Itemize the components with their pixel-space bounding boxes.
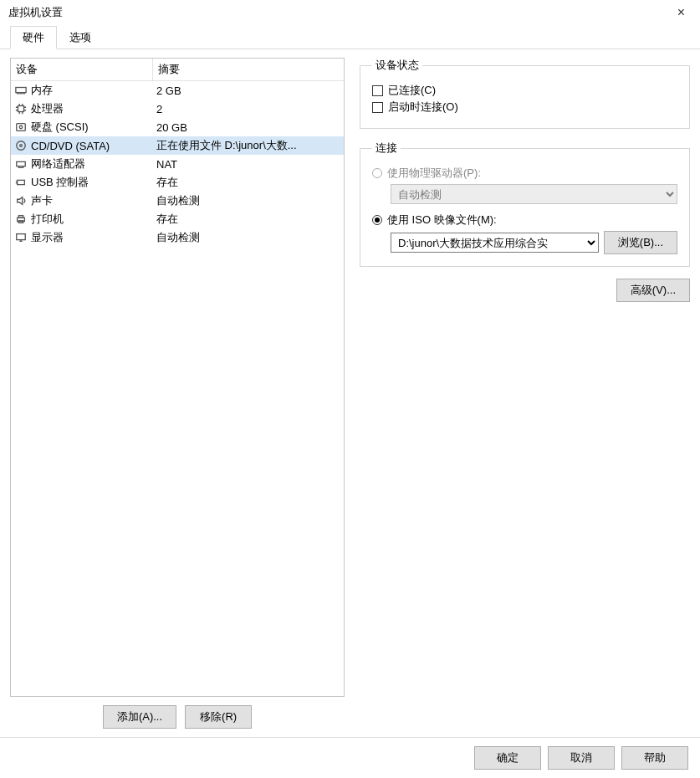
sound-icon xyxy=(14,194,28,207)
device-name: 硬盘 (SCSI) xyxy=(31,120,89,135)
summary-cell: 2 xyxy=(153,103,344,115)
device-cell: 声卡 xyxy=(11,193,153,208)
device-name: CD/DVD (SATA) xyxy=(31,140,110,152)
device-name: 声卡 xyxy=(31,193,53,208)
device-name: 打印机 xyxy=(31,212,64,227)
device-cell: CD/DVD (SATA) xyxy=(11,139,153,152)
device-cell: 硬盘 (SCSI) xyxy=(11,120,153,135)
table-row[interactable]: 打印机存在 xyxy=(11,210,344,228)
device-name: 内存 xyxy=(31,83,53,98)
device-name: 网络适配器 xyxy=(31,156,85,171)
connect-at-power-row[interactable]: 启动时连接(O) xyxy=(372,100,677,115)
device-list-header: 设备 摘要 xyxy=(11,59,344,81)
summary-cell: 正在使用文件 D:\junor\大数... xyxy=(153,138,344,153)
display-icon xyxy=(14,231,28,244)
cpu-icon xyxy=(14,102,28,115)
table-row[interactable]: USB 控制器存在 xyxy=(11,173,344,192)
right-pane: 设备状态 已连接(C) 启动时连接(O) 连接 使用物理驱动器(P): 自动检测 xyxy=(360,58,690,729)
iso-sub: D:\junor\大数据技术应用综合实 浏览(B)... xyxy=(391,231,677,254)
footer: 确定 取消 帮助 xyxy=(0,737,700,778)
disk-icon xyxy=(14,120,28,134)
iso-label: 使用 ISO 映像文件(M): xyxy=(387,212,497,228)
device-status-legend: 设备状态 xyxy=(372,58,422,73)
physical-label: 使用物理驱动器(P): xyxy=(387,166,481,181)
memory-icon xyxy=(14,84,28,97)
svg-rect-6 xyxy=(17,161,26,166)
radio-icon xyxy=(372,215,382,225)
summary-cell: 2 GB xyxy=(153,84,344,97)
device-cell: 打印机 xyxy=(11,212,153,227)
cd-icon xyxy=(14,139,28,152)
summary-cell: 自动检测 xyxy=(153,230,344,245)
physical-drive-select: 自动检测 xyxy=(391,184,677,204)
device-status-group: 设备状态 已连接(C) 启动时连接(O) xyxy=(360,58,690,129)
device-name: 处理器 xyxy=(31,101,64,116)
printer-icon xyxy=(14,212,28,226)
svg-rect-1 xyxy=(18,106,24,112)
connected-row[interactable]: 已连接(C) xyxy=(372,83,677,98)
radio-icon xyxy=(372,168,382,178)
svg-point-4 xyxy=(17,141,26,151)
device-cell: 显示器 xyxy=(11,230,153,245)
tab-options[interactable]: 选项 xyxy=(57,26,104,49)
network-icon xyxy=(14,157,28,171)
connection-group: 连接 使用物理驱动器(P): 自动检测 使用 ISO 映像文件(M): xyxy=(360,141,690,267)
help-button[interactable]: 帮助 xyxy=(621,746,688,770)
device-cell: USB 控制器 xyxy=(11,175,153,190)
svg-point-3 xyxy=(19,125,23,129)
summary-cell: 20 GB xyxy=(153,121,344,134)
iso-radio-row[interactable]: 使用 ISO 映像文件(M): xyxy=(372,212,677,228)
device-list[interactable]: 设备 摘要 内存2 GB处理器2硬盘 (SCSI)20 GBCD/DVD (SA… xyxy=(10,58,345,697)
physical-option: 使用物理驱动器(P): 自动检测 xyxy=(372,166,677,204)
svg-rect-2 xyxy=(17,124,26,131)
connect-at-power-label: 启动时连接(O) xyxy=(388,100,458,115)
table-row[interactable]: 硬盘 (SCSI)20 GB xyxy=(11,118,344,136)
summary-cell: 自动检测 xyxy=(153,193,344,208)
tab-hardware[interactable]: 硬件 xyxy=(10,26,57,49)
svg-rect-0 xyxy=(16,88,26,93)
header-summary[interactable]: 摘要 xyxy=(153,59,344,80)
browse-button[interactable]: 浏览(B)... xyxy=(604,231,677,254)
cancel-button[interactable]: 取消 xyxy=(548,746,615,770)
svg-rect-9 xyxy=(18,216,23,218)
titlebar: 虚拟机设置 × xyxy=(0,0,700,25)
remove-button[interactable]: 移除(R) xyxy=(185,705,252,729)
iso-path-input[interactable]: D:\junor\大数据技术应用综合实 xyxy=(391,233,599,253)
table-row[interactable]: 显示器自动检测 xyxy=(11,228,344,247)
usb-icon xyxy=(14,176,28,189)
header-device[interactable]: 设备 xyxy=(11,59,153,80)
table-row[interactable]: 内存2 GB xyxy=(11,81,344,100)
iso-option: 使用 ISO 映像文件(M): D:\junor\大数据技术应用综合实 浏览(B… xyxy=(372,212,677,254)
close-icon[interactable]: × xyxy=(671,5,692,20)
checkbox-icon xyxy=(372,85,383,96)
physical-sub: 自动检测 xyxy=(391,184,677,204)
device-cell: 内存 xyxy=(11,83,153,98)
table-row[interactable]: 声卡自动检测 xyxy=(11,192,344,210)
svg-point-5 xyxy=(20,145,23,147)
summary-cell: NAT xyxy=(153,158,344,171)
summary-cell: 存在 xyxy=(153,175,344,190)
connected-label: 已连接(C) xyxy=(388,83,436,98)
summary-cell: 存在 xyxy=(153,212,344,227)
window-title: 虚拟机设置 xyxy=(8,5,63,20)
svg-rect-7 xyxy=(18,180,25,184)
device-name: 显示器 xyxy=(31,230,64,245)
ok-button[interactable]: 确定 xyxy=(474,746,541,770)
advanced-row: 高级(V)... xyxy=(360,279,690,302)
physical-radio-row[interactable]: 使用物理驱动器(P): xyxy=(372,166,677,181)
tabs: 硬件 选项 xyxy=(0,25,700,49)
table-row[interactable]: 处理器2 xyxy=(11,100,344,118)
checkbox-icon xyxy=(372,102,383,113)
device-buttons: 添加(A)... 移除(R) xyxy=(10,697,345,729)
left-pane: 设备 摘要 内存2 GB处理器2硬盘 (SCSI)20 GBCD/DVD (SA… xyxy=(10,58,345,729)
table-row[interactable]: 网络适配器NAT xyxy=(11,155,344,173)
device-name: USB 控制器 xyxy=(31,175,89,190)
add-button[interactable]: 添加(A)... xyxy=(103,705,176,729)
connection-legend: 连接 xyxy=(372,141,401,156)
table-row[interactable]: CD/DVD (SATA)正在使用文件 D:\junor\大数... xyxy=(11,136,344,155)
device-cell: 处理器 xyxy=(11,101,153,116)
advanced-button[interactable]: 高级(V)... xyxy=(616,279,690,302)
content: 设备 摘要 内存2 GB处理器2硬盘 (SCSI)20 GBCD/DVD (SA… xyxy=(0,49,700,737)
device-cell: 网络适配器 xyxy=(11,156,153,171)
svg-rect-11 xyxy=(17,234,26,240)
